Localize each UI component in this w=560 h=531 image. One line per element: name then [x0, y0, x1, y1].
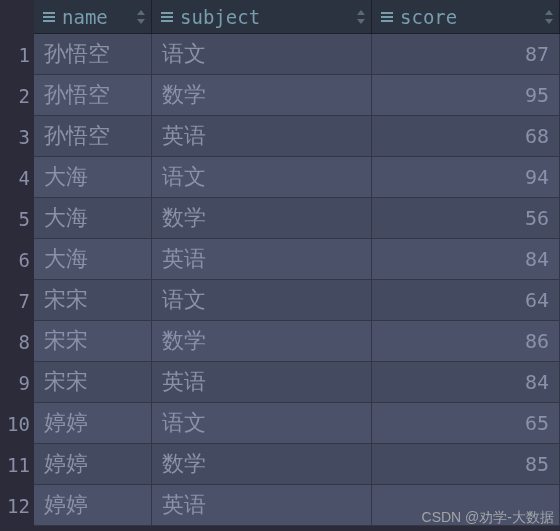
- row-number: 5: [0, 198, 34, 239]
- cell-name[interactable]: 婷婷: [34, 403, 152, 444]
- row-number: 4: [0, 157, 34, 198]
- svg-rect-1: [43, 16, 55, 18]
- svg-rect-3: [161, 12, 173, 14]
- column-header-label: score: [400, 6, 457, 28]
- cell-score[interactable]: 86: [372, 321, 560, 362]
- row-number: 7: [0, 280, 34, 321]
- row-number: 6: [0, 239, 34, 280]
- svg-rect-5: [161, 20, 173, 22]
- table-row[interactable]: 3 孙悟空 英语 68: [0, 116, 560, 157]
- cell-score[interactable]: 68: [372, 116, 560, 157]
- cell-subject[interactable]: 数学: [152, 444, 372, 485]
- cell-name[interactable]: 大海: [34, 157, 152, 198]
- data-table: name subject score 1 孙悟空 语文 87 2 孙悟空 数学 …: [0, 0, 560, 531]
- cell-name[interactable]: 大海: [34, 239, 152, 280]
- table-header-row: name subject score: [0, 0, 560, 34]
- table-row[interactable]: 4 大海 语文 94: [0, 157, 560, 198]
- row-number: 11: [0, 444, 34, 485]
- watermark: CSDN @劝学-大数据: [422, 509, 554, 527]
- cell-score[interactable]: 64: [372, 280, 560, 321]
- column-type-icon: [160, 10, 174, 24]
- cell-score[interactable]: 84: [372, 239, 560, 280]
- rownum-header: [0, 0, 34, 34]
- cell-name[interactable]: 孙悟空: [34, 34, 152, 75]
- column-type-icon: [42, 10, 56, 24]
- cell-name[interactable]: 孙悟空: [34, 116, 152, 157]
- cell-name[interactable]: 孙悟空: [34, 75, 152, 116]
- cell-subject[interactable]: 语文: [152, 34, 372, 75]
- cell-name[interactable]: 婷婷: [34, 444, 152, 485]
- cell-subject[interactable]: 英语: [152, 362, 372, 403]
- cell-name[interactable]: 宋宋: [34, 321, 152, 362]
- row-number: 12: [0, 485, 34, 526]
- cell-subject[interactable]: 语文: [152, 403, 372, 444]
- table-row[interactable]: 9 宋宋 英语 84: [0, 362, 560, 403]
- cell-subject[interactable]: 数学: [152, 198, 372, 239]
- cell-name[interactable]: 婷婷: [34, 485, 152, 526]
- table-row[interactable]: 8 宋宋 数学 86: [0, 321, 560, 362]
- cell-score[interactable]: 87: [372, 34, 560, 75]
- cell-name[interactable]: 大海: [34, 198, 152, 239]
- cell-subject[interactable]: 英语: [152, 485, 372, 526]
- table-row[interactable]: 11 婷婷 数学 85: [0, 444, 560, 485]
- cell-score[interactable]: 95: [372, 75, 560, 116]
- cell-name[interactable]: 宋宋: [34, 280, 152, 321]
- cell-score[interactable]: 94: [372, 157, 560, 198]
- svg-rect-6: [381, 12, 393, 14]
- table-row[interactable]: 1 孙悟空 语文 87: [0, 34, 560, 75]
- cell-score[interactable]: 84: [372, 362, 560, 403]
- row-number: 10: [0, 403, 34, 444]
- row-number: 8: [0, 321, 34, 362]
- row-number: 9: [0, 362, 34, 403]
- cell-subject[interactable]: 数学: [152, 75, 372, 116]
- svg-rect-7: [381, 16, 393, 18]
- cell-subject[interactable]: 英语: [152, 239, 372, 280]
- column-header-label: subject: [180, 6, 260, 28]
- svg-rect-4: [161, 16, 173, 18]
- cell-subject[interactable]: 数学: [152, 321, 372, 362]
- table-row[interactable]: 5 大海 数学 56: [0, 198, 560, 239]
- table-row[interactable]: 6 大海 英语 84: [0, 239, 560, 280]
- svg-rect-2: [43, 20, 55, 22]
- row-number: 2: [0, 75, 34, 116]
- cell-score[interactable]: 85: [372, 444, 560, 485]
- column-header-name[interactable]: name: [34, 0, 152, 34]
- row-number: 3: [0, 116, 34, 157]
- table-row[interactable]: 7 宋宋 语文 64: [0, 280, 560, 321]
- sort-icon[interactable]: [355, 8, 367, 26]
- svg-rect-0: [43, 12, 55, 14]
- cell-score[interactable]: 56: [372, 198, 560, 239]
- column-header-score[interactable]: score: [372, 0, 560, 34]
- table-row[interactable]: 2 孙悟空 数学 95: [0, 75, 560, 116]
- cell-name[interactable]: 宋宋: [34, 362, 152, 403]
- table-row[interactable]: 10 婷婷 语文 65: [0, 403, 560, 444]
- column-header-label: name: [62, 6, 108, 28]
- sort-icon[interactable]: [135, 8, 147, 26]
- row-number: 1: [0, 34, 34, 75]
- cell-subject[interactable]: 语文: [152, 157, 372, 198]
- sort-icon[interactable]: [543, 8, 555, 26]
- cell-score[interactable]: 65: [372, 403, 560, 444]
- svg-rect-8: [381, 20, 393, 22]
- column-header-subject[interactable]: subject: [152, 0, 372, 34]
- cell-subject[interactable]: 英语: [152, 116, 372, 157]
- cell-subject[interactable]: 语文: [152, 280, 372, 321]
- column-type-icon: [380, 10, 394, 24]
